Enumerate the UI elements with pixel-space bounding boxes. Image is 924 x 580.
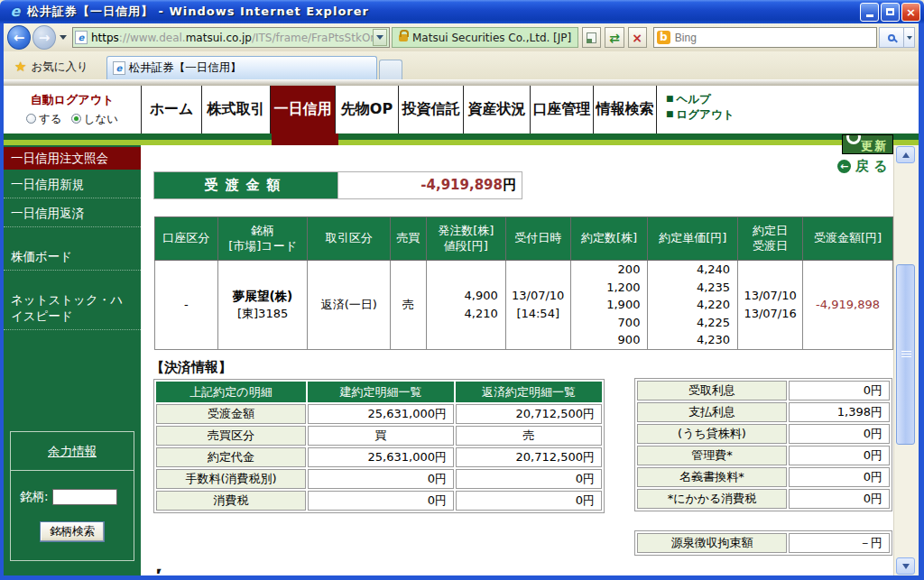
sidebar-item-order-inquiry[interactable]: 一日信用注文照会 (4, 147, 141, 170)
scroll-up-icon (902, 152, 910, 158)
address-toolbar: ← → e https://www.deal.matsui.co.jp/ITS/… (4, 23, 919, 51)
back-button[interactable]: ← (7, 25, 31, 50)
search-box[interactable]: b (653, 27, 877, 48)
maximize-button[interactable] (881, 3, 900, 22)
settlement-header-row: 上記約定の明細 建約定明細一覧 返済約定明細一覧 (156, 382, 602, 402)
refresh-circle-icon (846, 134, 861, 144)
window-frame: ← → e https://www.deal.matsui.co.jp/ITS/… (0, 23, 924, 580)
fees-row: (うち貸株料) 0円 (637, 424, 890, 444)
close-button[interactable]: × (901, 3, 920, 22)
refresh-icon: ⇄ (609, 31, 620, 45)
cell-exec-price: 4,240 4,235 4,220 4,225 4,230 (648, 261, 738, 350)
nav-tab-futures-op[interactable]: 先物OP (335, 86, 398, 133)
compatibility-icon (587, 32, 596, 43)
cell-dates: 13/07/10 13/07/16 (738, 261, 803, 350)
order-table-header-row: 口座区分 銘柄 [市場]コード 取引区分 売買 発注数[株] 値段[円] 受付日… (155, 217, 893, 261)
cell-trade-type: 返済(一日) (308, 261, 391, 350)
margin-info-box: 余力情報 銘柄: 銘柄検索 (10, 431, 134, 561)
settlement-info-heading: 【決済情報】 (151, 359, 232, 376)
nav-tab-information-search[interactable]: 情報検索 (593, 86, 656, 133)
history-dropdown-icon[interactable] (60, 35, 67, 40)
nav-tab-home[interactable]: ホーム (141, 86, 201, 133)
cell-side: 売 (391, 261, 427, 350)
address-dropdown-icon[interactable] (373, 29, 387, 46)
nav-tab-stock-trading[interactable]: 株式取引 (201, 86, 270, 133)
logout-link[interactable]: ログアウト (666, 106, 919, 122)
radio-on-icon[interactable] (26, 114, 36, 124)
cell-accepted: 13/07/10 [14:54] (505, 261, 570, 350)
order-table: 口座区分 銘柄 [市場]コード 取引区分 売買 発注数[株] 値段[円] 受付日… (154, 216, 893, 350)
margin-info-link[interactable]: 余力情報 (11, 432, 134, 471)
back-link[interactable]: ← 戻る (837, 158, 892, 175)
minimize-button[interactable] (860, 3, 879, 22)
settlement-row: 消費税 0円 0円 (156, 491, 602, 511)
nav-tab-account-management[interactable]: 口座管理 (530, 86, 593, 133)
compatibility-view-button[interactable] (582, 27, 601, 48)
title-bar: e 松井証券【一日信用】 - Windows Internet Explorer… (0, 0, 924, 23)
bing-icon: b (657, 31, 670, 44)
fees-row: 支払利息 1,398円 (637, 402, 890, 422)
search-dropdown-icon[interactable] (904, 27, 915, 48)
url-text[interactable]: https://www.deal.matsui.co.jp/ITS/frame/… (91, 32, 373, 44)
star-icon: ★ (14, 59, 26, 75)
stock-search-button[interactable]: 銘柄検索 (40, 521, 105, 542)
withholding-table: 源泉徴収拘束額 －円 (634, 530, 892, 556)
padlock-icon (399, 34, 408, 41)
nav-tab-one-day-margin[interactable]: 一日信用 (270, 86, 335, 133)
auto-logout-label: 自動ログアウト (4, 92, 141, 108)
vertical-scrollbar[interactable] (893, 145, 919, 575)
cell-qty-price: 4,900 4,210 (426, 261, 505, 350)
fees-row: *にかかる消費税 0円 (637, 489, 890, 509)
search-button[interactable] (879, 27, 905, 48)
clipped-footer-heading: 【 (149, 567, 383, 574)
help-link[interactable]: ヘルプ (666, 91, 919, 106)
radio-off-icon[interactable] (71, 114, 81, 124)
site-nav: 自動ログアウト する しない ホーム 株式取引 一日信用 先物OP 投資信託 資… (4, 86, 919, 133)
sidebar-item-new-order[interactable]: 一日信用新規 (4, 170, 141, 198)
auto-logout-on-option[interactable]: する (26, 112, 62, 127)
browser-tab[interactable]: e 松井証券【一日信用】 (106, 56, 377, 79)
sidebar-item-netstock-highspeed[interactable]: ネットストック・ハイスピード (4, 285, 141, 330)
withholding-row: 源泉徴収拘束額 －円 (637, 533, 890, 553)
toolbar-separator (4, 79, 919, 86)
settlement-row: 手数料(消費税別) 0円 0円 (156, 469, 602, 489)
order-table-data-row: - 夢展望(株)[東]3185 返済(一日) 売 4,900 4,210 13/… (155, 261, 893, 350)
favorites-button[interactable]: ★ お気に入り (7, 56, 96, 78)
fees-row: 名義書換料* 0円 (637, 467, 890, 487)
stop-button[interactable]: × (628, 27, 647, 48)
scroll-down-button[interactable] (896, 557, 915, 575)
help-links: ヘルプ ログアウト (656, 86, 919, 133)
selected-tab-stripe (272, 133, 338, 145)
address-bar[interactable]: e https://www.deal.matsui.co.jp/ITS/fram… (72, 27, 390, 48)
browser-window: e 松井証券【一日信用】 - Windows Internet Explorer… (0, 0, 924, 580)
summary-value: -4,919,898円 (338, 172, 522, 199)
forward-button[interactable]: → (32, 25, 56, 50)
certificate-badge[interactable]: Matsui Securities Co.,Ltd. [JP] (392, 27, 578, 48)
auto-logout-off-option[interactable]: しない (71, 112, 118, 127)
settlement-table: 上記約定の明細 建約定明細一覧 返済約定明細一覧 受渡金額 25,631,000… (153, 379, 605, 513)
scrollbar-thumb[interactable] (896, 264, 915, 445)
magnifier-icon (888, 34, 895, 41)
nav-tab-asset-status[interactable]: 資産状況 (463, 86, 530, 133)
cell-exec-qty: 200 1,200 1,900 700 900 (570, 261, 648, 350)
search-input[interactable] (675, 32, 873, 44)
stock-code-label: 銘柄: (20, 489, 49, 505)
ie-icon: e (7, 4, 23, 20)
refresh-button[interactable]: 更新 (842, 134, 893, 154)
fees-table: 受取利息 0円 支払利息 1,398円 (うち貸株料) 0円 管理費* 0円 (634, 378, 892, 511)
scroll-up-button[interactable] (896, 146, 915, 163)
auto-logout-block: 自動ログアウト する しない (4, 86, 141, 133)
refresh-page-button[interactable]: ⇄ (605, 27, 624, 48)
tabs-row: ★ お気に入り e 松井証券【一日信用】 (4, 51, 919, 79)
new-tab-button[interactable] (379, 60, 402, 79)
sidebar: 一日信用注文照会 一日信用新規 一日信用返済 株価ボード ネットストック・ハイス… (4, 145, 141, 575)
cell-stock: 夢展望(株)[東]3185 (217, 261, 308, 350)
sidebar-item-stock-board[interactable]: 株価ボード (4, 242, 141, 271)
nav-stripes (4, 133, 919, 145)
back-arrow-icon: ← (837, 160, 851, 173)
nav-tab-investment-trust[interactable]: 投資信託 (398, 86, 463, 133)
scrollbar-grip-icon (901, 351, 911, 359)
summary-label: 受渡金額 (154, 172, 338, 199)
sidebar-item-repayment[interactable]: 一日信用返済 (4, 198, 141, 227)
stock-code-input[interactable] (52, 489, 117, 505)
